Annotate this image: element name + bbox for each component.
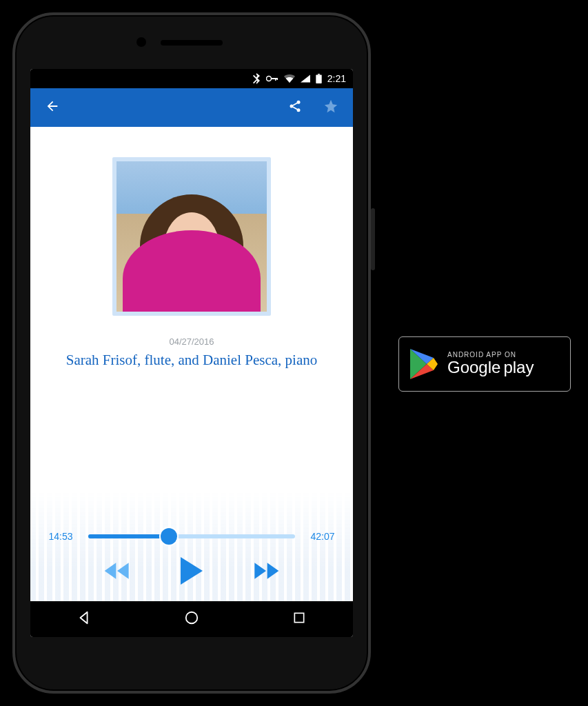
app-bar (30, 88, 353, 127)
svg-rect-2 (275, 78, 276, 81)
svg-rect-10 (294, 613, 303, 622)
square-recents-icon (292, 611, 306, 627)
signal-icon (301, 74, 310, 83)
key-icon (266, 74, 278, 83)
album-art (116, 161, 267, 312)
battery-icon (316, 74, 322, 83)
seek-bar[interactable] (88, 534, 295, 538)
progress-row: 14:53 42:07 (43, 531, 341, 542)
triangle-back-icon (77, 610, 92, 628)
play-button[interactable] (179, 557, 204, 585)
share-icon (288, 99, 302, 116)
nav-recents-button[interactable] (278, 605, 320, 633)
time-total: 42:07 (305, 531, 341, 542)
svg-rect-1 (271, 78, 277, 79)
status-time: 2:21 (327, 73, 346, 84)
equalizer-background (30, 491, 353, 601)
player-controls: 14:53 42:07 (30, 518, 353, 601)
phone-side-button (371, 208, 375, 270)
google-play-badge[interactable]: ANDROID APP ON Googleplay (398, 336, 571, 392)
svg-point-7 (290, 105, 294, 108)
seek-fill (88, 534, 169, 538)
circle-home-icon (184, 610, 199, 628)
episode-title: Sarah Frisof, flute, and Daniel Pesca, p… (30, 352, 353, 369)
svg-rect-5 (318, 74, 320, 74)
svg-point-9 (186, 612, 198, 624)
screen: 2:21 (30, 69, 353, 637)
arrow-left-icon (45, 99, 60, 117)
wifi-icon (284, 74, 295, 83)
svg-rect-4 (316, 74, 321, 83)
android-nav-bar (30, 601, 353, 637)
bluetooth-icon (252, 73, 261, 84)
status-bar: 2:21 (30, 69, 353, 88)
badge-suffix: play (503, 358, 534, 376)
forward-button[interactable] (252, 561, 280, 581)
forward-icon (252, 561, 280, 581)
content-area: 04/27/2016 Sarah Frisof, flute, and Dani… (30, 127, 353, 601)
back-button[interactable] (39, 94, 66, 121)
nav-home-button[interactable] (171, 605, 212, 633)
google-play-icon (409, 347, 439, 381)
star-icon (323, 99, 338, 117)
time-elapsed: 14:53 (43, 531, 79, 542)
seek-thumb[interactable] (161, 528, 177, 545)
phone-frame: 2:21 (12, 12, 371, 694)
nav-back-button[interactable] (63, 605, 105, 633)
rewind-icon (103, 561, 131, 581)
album-art-frame (112, 157, 271, 316)
rewind-button[interactable] (103, 561, 131, 581)
episode-date: 04/27/2016 (30, 336, 353, 347)
badge-brand: Google (447, 358, 500, 376)
svg-rect-3 (276, 78, 278, 80)
svg-point-0 (266, 77, 271, 81)
play-icon (179, 557, 204, 585)
badge-text: ANDROID APP ON Googleplay (447, 351, 534, 376)
favorite-button[interactable] (317, 94, 345, 121)
share-button[interactable] (281, 94, 309, 121)
